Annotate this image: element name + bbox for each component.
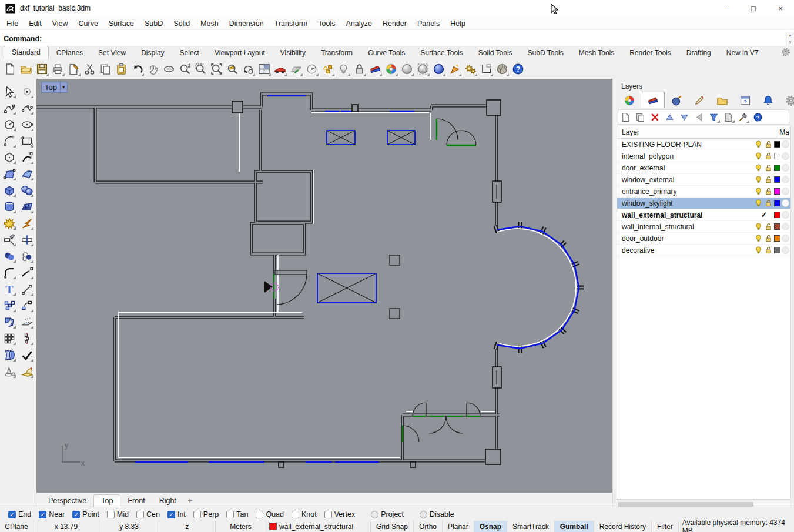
toolbar-tab-drafting[interactable]: Drafting xyxy=(679,47,719,59)
lightning-button[interactable] xyxy=(19,215,35,231)
layer-material-ball[interactable] xyxy=(782,199,789,207)
layer-row[interactable]: window_external xyxy=(617,174,790,186)
toolbar-tab-curve-tools[interactable]: Curve Tools xyxy=(360,47,413,59)
layer-unlocked-icon[interactable] xyxy=(764,140,773,149)
command-bar[interactable]: Command: ▲ ▼ xyxy=(0,31,794,47)
panel-tab-properties[interactable] xyxy=(618,93,641,108)
zoom-dynamic-button[interactable] xyxy=(177,61,193,78)
extrude-button[interactable] xyxy=(19,314,35,330)
command-history-spinner[interactable]: ▲ ▼ xyxy=(786,32,794,46)
panel-tab-notifications[interactable] xyxy=(756,93,779,108)
car-button[interactable] xyxy=(272,61,288,78)
osnap-near[interactable]: ✓Near xyxy=(39,510,65,518)
zoom-selected-button[interactable] xyxy=(225,61,240,78)
open-file-button[interactable] xyxy=(18,61,34,78)
layer-material-ball[interactable] xyxy=(782,235,789,242)
layer-row[interactable]: EXISTING FLOOR-PLAN xyxy=(617,139,790,150)
fillet-curve-button[interactable] xyxy=(1,265,17,280)
menu-mesh[interactable]: Mesh xyxy=(195,18,224,29)
osnap-vertex-checkbox[interactable] xyxy=(324,511,332,518)
toolbar-tab-select[interactable]: Select xyxy=(172,47,207,59)
selection-filter-button[interactable] xyxy=(320,61,336,78)
layer-row[interactable]: wall_external_structural✓ xyxy=(617,209,790,221)
osnap-quad-checkbox[interactable] xyxy=(256,511,263,518)
solid-fillet-button[interactable] xyxy=(1,314,17,330)
layer-name[interactable]: window_external xyxy=(617,176,754,184)
layer-material-ball[interactable] xyxy=(782,176,789,183)
layer-name[interactable]: window_skylight xyxy=(617,199,754,208)
layer-material-ball[interactable] xyxy=(782,140,789,148)
join-button[interactable] xyxy=(1,347,17,363)
layer-unlocked-icon[interactable] xyxy=(764,199,773,208)
layer-name[interactable]: internal_polygon xyxy=(617,152,754,160)
save-button[interactable] xyxy=(34,61,50,78)
array-curve-button[interactable] xyxy=(19,330,35,346)
viewport-tab-perspective[interactable]: Perspective xyxy=(41,495,93,507)
layer-unlocked-icon[interactable] xyxy=(764,175,773,184)
status-toggle-record-history[interactable]: Record History xyxy=(594,521,652,532)
layer-unlocked-icon[interactable] xyxy=(764,222,773,231)
zoom-extents-button[interactable] xyxy=(209,61,225,78)
ghosted-display-button[interactable] xyxy=(415,61,431,78)
toolbar-tab-surface-tools[interactable]: Surface Tools xyxy=(413,47,471,59)
cut-button[interactable] xyxy=(82,61,98,78)
layer-color-swatch[interactable] xyxy=(774,212,780,218)
layer-color-swatch[interactable] xyxy=(774,165,780,171)
status-toggle-osnap[interactable]: Osnap xyxy=(474,521,507,532)
toolbar-tab-render-tools[interactable]: Render Tools xyxy=(622,47,679,59)
layer-tools-button[interactable] xyxy=(736,111,751,124)
osnap-mid-checkbox[interactable] xyxy=(107,511,115,518)
toolbar-gear-icon[interactable] xyxy=(781,48,790,57)
interpolate-curve-button[interactable] xyxy=(19,100,35,116)
layer-help-button[interactable]: ? xyxy=(751,111,765,124)
layer-on-bulb-icon[interactable] xyxy=(754,234,763,243)
osnap-near-checkbox[interactable]: ✓ xyxy=(39,511,46,518)
surface-curved-button[interactable] xyxy=(19,166,35,182)
rendered-display-button[interactable] xyxy=(431,61,447,78)
layer-on-bulb-icon[interactable] xyxy=(754,175,763,184)
undo-view-button[interactable] xyxy=(240,61,256,78)
viewport-layout-button[interactable] xyxy=(256,61,272,78)
layer-color-swatch[interactable] xyxy=(774,176,780,183)
viewport-title[interactable]: Top ▾ xyxy=(41,82,68,93)
rotate-button[interactable] xyxy=(19,297,35,313)
current-layer-chip[interactable]: wall_external_structural xyxy=(266,521,371,532)
handle-curve-button[interactable] xyxy=(19,149,35,165)
osnap-perp[interactable]: Perp xyxy=(193,510,219,518)
osnap-tan[interactable]: Tan xyxy=(226,510,248,518)
osnap-disable[interactable]: Disable xyxy=(420,510,454,518)
toolbar-tab-new-in-v7[interactable]: New in V7 xyxy=(719,47,766,59)
menu-subd[interactable]: SubD xyxy=(139,18,168,29)
cplane-button[interactable] xyxy=(288,61,304,78)
status-cell-x-13-79[interactable]: x 13.79 xyxy=(33,521,99,532)
menu-dimension[interactable]: Dimension xyxy=(224,18,269,29)
viewport-tab-top[interactable]: Top xyxy=(93,494,120,507)
dimension-button[interactable] xyxy=(478,61,494,78)
panel-tab-libraries[interactable] xyxy=(711,93,733,108)
split-button[interactable] xyxy=(19,232,35,247)
polygon-button[interactable] xyxy=(1,149,17,165)
toolbar-tab-standard[interactable]: Standard xyxy=(4,46,49,59)
move-down-button[interactable] xyxy=(677,111,692,124)
menu-tools[interactable]: Tools xyxy=(313,18,340,29)
points-on-button[interactable] xyxy=(19,347,35,363)
osnap-end[interactable]: ✓End xyxy=(8,510,31,518)
material-globe-button[interactable] xyxy=(494,61,510,78)
layer-material-ball[interactable] xyxy=(782,188,789,195)
rotate-view-button[interactable] xyxy=(161,61,177,78)
layer-color-swatch[interactable] xyxy=(774,200,780,206)
status-cell-z[interactable]: z xyxy=(159,521,216,532)
layer-color-swatch[interactable] xyxy=(774,223,780,230)
menu-render[interactable]: Render xyxy=(377,18,412,29)
spinner-down-icon[interactable]: ▼ xyxy=(786,39,794,46)
spinner-up-icon[interactable]: ▲ xyxy=(786,32,794,39)
toolbar-tab-display[interactable]: Display xyxy=(133,47,172,59)
layer-name[interactable]: door_external xyxy=(617,164,754,172)
add-viewport-button[interactable]: + xyxy=(183,495,197,507)
toolbar-tab-visibility[interactable]: Visibility xyxy=(273,47,313,59)
menu-edit[interactable]: Edit xyxy=(24,18,47,29)
layer-material-ball[interactable] xyxy=(782,164,789,172)
viewport-menu-caret-icon[interactable]: ▾ xyxy=(61,82,68,93)
osnap-quad[interactable]: Quad xyxy=(256,510,284,518)
layer-row[interactable]: decorative xyxy=(617,245,790,256)
